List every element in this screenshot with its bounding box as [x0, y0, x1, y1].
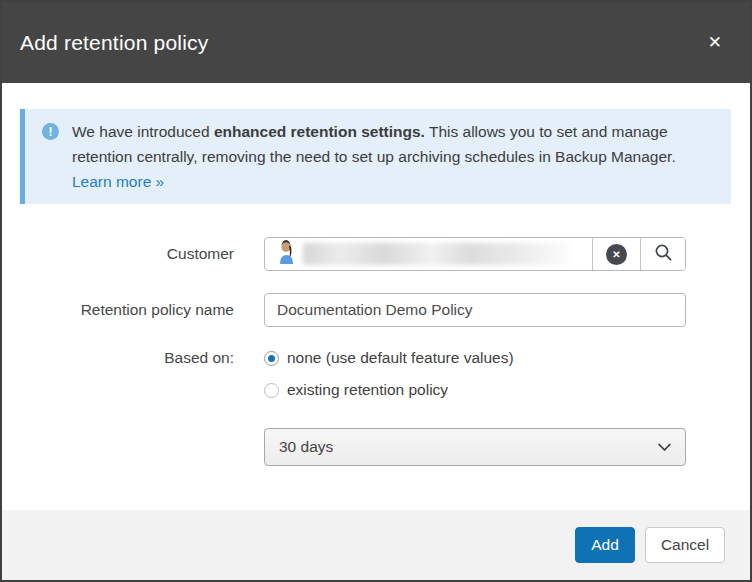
- retention-period-selected-value: 30 days: [279, 438, 658, 456]
- dialog-title: Add retention policy: [20, 31, 702, 55]
- search-customer-button[interactable]: [640, 238, 685, 270]
- based-on-label: Based on:: [2, 349, 234, 367]
- customer-row: Customer: [2, 237, 750, 271]
- policy-name-label: Retention policy name: [2, 301, 234, 319]
- clear-customer-button[interactable]: ✕: [592, 238, 640, 270]
- banner-text-highlight: enhanced retention settings.: [214, 123, 425, 140]
- banner-text: We have introduced enhanced retention se…: [72, 119, 707, 194]
- add-retention-policy-dialog: Add retention policy ✕ ! We have introdu…: [0, 0, 752, 582]
- cancel-button[interactable]: Cancel: [645, 527, 725, 563]
- based-on-row: Based on: none (use default feature valu…: [2, 349, 750, 399]
- customer-label: Customer: [2, 245, 234, 263]
- policy-name-input[interactable]: [264, 293, 686, 327]
- chevron-down-icon: [658, 438, 671, 456]
- info-icon: !: [42, 123, 59, 140]
- retention-policy-form: Customer: [2, 237, 750, 466]
- customer-value-area[interactable]: [265, 238, 592, 270]
- close-icon: ✕: [708, 33, 722, 52]
- radio-option-none-label: none (use default feature values): [287, 349, 514, 367]
- policy-name-row: Retention policy name: [2, 293, 750, 327]
- banner-text-intro: We have introduced: [72, 123, 214, 140]
- dialog-header: Add retention policy ✕: [2, 2, 750, 83]
- add-button[interactable]: Add: [575, 527, 635, 563]
- retention-period-row: 30 days: [2, 428, 750, 466]
- radio-option-existing-label: existing retention policy: [287, 381, 448, 399]
- clear-icon: ✕: [606, 244, 627, 265]
- customer-input[interactable]: ✕: [264, 237, 686, 271]
- info-banner: ! We have introduced enhanced retention …: [20, 109, 731, 204]
- customer-avatar-icon: [277, 240, 296, 269]
- radio-selected-icon: [264, 351, 279, 366]
- learn-more-link[interactable]: Learn more »: [72, 169, 707, 194]
- close-button[interactable]: ✕: [702, 28, 728, 57]
- customer-value-redacted: [303, 243, 571, 265]
- dialog-footer: Add Cancel: [2, 510, 750, 580]
- search-icon: [654, 243, 673, 265]
- retention-period-select[interactable]: 30 days: [264, 428, 686, 466]
- radio-unselected-icon: [264, 383, 279, 398]
- radio-option-existing[interactable]: existing retention policy: [264, 381, 514, 399]
- radio-option-none[interactable]: none (use default feature values): [264, 349, 514, 367]
- based-on-radio-group: none (use default feature values) existi…: [264, 349, 514, 399]
- dialog-body: ! We have introduced enhanced retention …: [2, 83, 750, 510]
